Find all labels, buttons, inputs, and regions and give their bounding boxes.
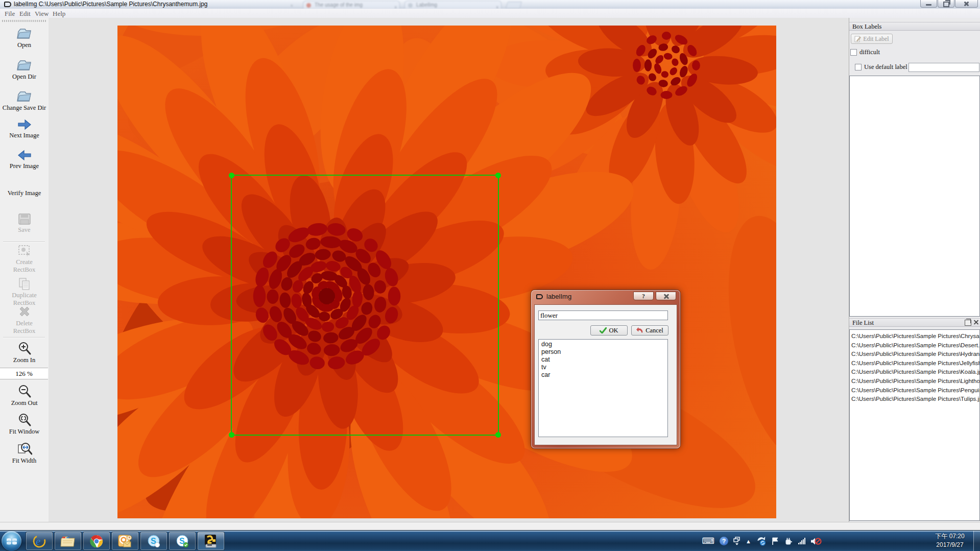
change-save-dir-button[interactable]: Change Save Dir xyxy=(0,90,49,112)
verify-image-button[interactable]: Verify Image xyxy=(0,189,49,197)
label-choice[interactable]: cat xyxy=(541,356,667,364)
file-list-item[interactable]: C:\Users\Public\Pictures\Sample Pictures… xyxy=(850,395,979,404)
zoom-in-button[interactable]: Zoom In xyxy=(0,341,49,364)
taskbar-chrome-button[interactable] xyxy=(83,532,110,550)
restore-window-tray-icon[interactable] xyxy=(733,537,740,546)
background-tab1-favicon xyxy=(306,3,311,8)
taskbar-outlook-button[interactable] xyxy=(111,532,139,550)
show-desktop-button[interactable] xyxy=(973,531,980,551)
sync-arrows-icon xyxy=(756,536,766,546)
taskbar-skype-button[interactable]: S xyxy=(140,532,168,550)
title-bar: x The usage of the img x LabelImg x labe… xyxy=(0,0,980,9)
show-hidden-icons-arrow[interactable]: ▲ xyxy=(746,538,751,544)
file-list-close-icon[interactable] xyxy=(973,320,979,325)
image-canvas[interactable] xyxy=(49,18,850,522)
bbox-handle-topleft[interactable] xyxy=(229,173,234,178)
file-list-item[interactable]: C:\Users\Public\Pictures\Sample Pictures… xyxy=(850,332,979,341)
menu-file[interactable]: File xyxy=(3,10,17,18)
default-label-input[interactable] xyxy=(909,63,979,72)
edit-pencil-icon xyxy=(854,36,861,42)
box-labels-list[interactable] xyxy=(849,76,980,317)
clock[interactable]: 下午 07:20 2017/9/27 xyxy=(928,532,972,549)
fit-window-button[interactable]: Fit Window xyxy=(0,413,49,436)
menu-view[interactable]: View xyxy=(33,10,51,18)
ok-button[interactable]: OK xyxy=(590,325,628,336)
windows-explorer-icon xyxy=(60,535,76,548)
plug-icon xyxy=(784,537,793,546)
toolbar-grip[interactable] xyxy=(2,20,46,22)
open-dir-folder-icon xyxy=(17,59,32,72)
menu-edit[interactable]: Edit xyxy=(17,10,33,18)
open-dir-button[interactable]: Open Dir xyxy=(0,59,49,81)
taskbar-explorer-button[interactable] xyxy=(54,532,82,550)
file-list[interactable]: C:\Users\Public\Pictures\Sample Pictures… xyxy=(849,329,980,521)
taskbar-labelimg-button[interactable] xyxy=(197,532,225,550)
skype-online-icon: S xyxy=(175,534,189,548)
restore-icon xyxy=(943,2,949,7)
next-arrow-icon xyxy=(17,118,32,131)
network-signal-icon[interactable] xyxy=(798,538,805,544)
file-list-item[interactable]: C:\Users\Public\Pictures\Sample Pictures… xyxy=(850,350,979,359)
bbox-handle-bottomleft[interactable] xyxy=(229,432,234,438)
power-plug-icon[interactable] xyxy=(784,537,793,546)
sync-icon[interactable] xyxy=(756,536,766,546)
file-list-item[interactable]: C:\Users\Public\Pictures\Sample Pictures… xyxy=(850,368,979,377)
restore-caret-icon xyxy=(733,537,740,546)
volume-muted-icon[interactable] xyxy=(810,537,822,546)
open-folder-icon xyxy=(17,27,32,40)
labelimg-taskbar-icon xyxy=(204,534,218,548)
menu-bar: File Edit View Help xyxy=(0,9,980,18)
label-choices-list[interactable]: dog person cat tv car xyxy=(538,339,668,437)
dialog-close-icon xyxy=(656,292,676,300)
file-list-float-icon[interactable] xyxy=(965,320,971,326)
save-dir-folder-icon xyxy=(17,90,32,103)
file-list-item[interactable]: C:\Users\Public\Pictures\Sample Pictures… xyxy=(850,377,979,386)
menu-help[interactable]: Help xyxy=(51,10,67,18)
windows-logo-icon xyxy=(6,536,17,546)
background-tab-close-icon: x xyxy=(291,3,293,8)
keyboard-icon[interactable]: ⌨ xyxy=(702,536,715,546)
label-input[interactable] xyxy=(538,310,668,320)
label-choice[interactable]: person xyxy=(541,348,667,356)
clock-date: 2017/9/27 xyxy=(928,541,972,549)
window-title: labelImg C:\Users\Public\Pictures\Sample… xyxy=(14,1,207,8)
background-browser-tabs: x The usage of the img x LabelImg x xyxy=(283,0,523,9)
bbox-handle-bottomright[interactable] xyxy=(495,432,501,438)
background-tab2-favicon xyxy=(408,3,413,8)
prev-image-button[interactable]: Prev Image xyxy=(0,149,49,170)
zoom-value[interactable]: 126 % xyxy=(0,368,48,379)
chrome-icon xyxy=(89,534,104,548)
start-button[interactable] xyxy=(2,531,21,551)
restore-button[interactable] xyxy=(938,0,954,8)
toolbar: Open Open Dir Change Save Dir Next Image… xyxy=(0,18,49,522)
label-choice[interactable]: dog xyxy=(541,341,667,348)
next-image-button[interactable]: Next Image xyxy=(0,118,49,139)
close-button[interactable] xyxy=(955,0,978,8)
fit-width-button[interactable]: Fit Width xyxy=(0,442,49,465)
bounding-box[interactable] xyxy=(231,175,499,436)
cancel-button[interactable]: Cancel xyxy=(631,325,668,336)
open-button[interactable]: Open xyxy=(0,27,49,49)
zoom-out-button[interactable]: Zoom Out xyxy=(0,384,49,407)
dialog-client-area: OK Cancel dog person cat tv car xyxy=(534,304,677,445)
file-list-item[interactable]: C:\Users\Public\Pictures\Sample Pictures… xyxy=(850,341,979,350)
file-list-item[interactable]: C:\Users\Public\Pictures\Sample Pictures… xyxy=(850,359,979,368)
help-tray-icon[interactable]: ? xyxy=(720,537,728,545)
dialog-help-button[interactable]: ? xyxy=(633,292,654,300)
dialog-close-button[interactable] xyxy=(656,292,676,300)
flag-icon xyxy=(771,537,779,546)
use-default-label-checkbox[interactable] xyxy=(855,64,862,70)
minimize-button[interactable] xyxy=(920,0,937,8)
difficult-checkbox[interactable] xyxy=(850,49,857,56)
label-choice[interactable]: tv xyxy=(541,364,667,371)
action-center-flag-icon[interactable] xyxy=(771,537,779,546)
label-choice[interactable]: car xyxy=(541,371,667,379)
delete-rectbox-button: Delete RectBox xyxy=(0,305,49,335)
zoom-out-icon xyxy=(17,384,32,398)
bbox-handle-topright[interactable] xyxy=(495,173,501,178)
taskbar-ie-button[interactable]: e xyxy=(26,532,53,550)
background-tab-2: LabelImg x xyxy=(404,1,501,9)
svg-text:e: e xyxy=(36,535,40,547)
file-list-item[interactable]: C:\Users\Public\Pictures\Sample Pictures… xyxy=(850,386,979,395)
taskbar-skype2-button[interactable]: S xyxy=(169,532,196,550)
